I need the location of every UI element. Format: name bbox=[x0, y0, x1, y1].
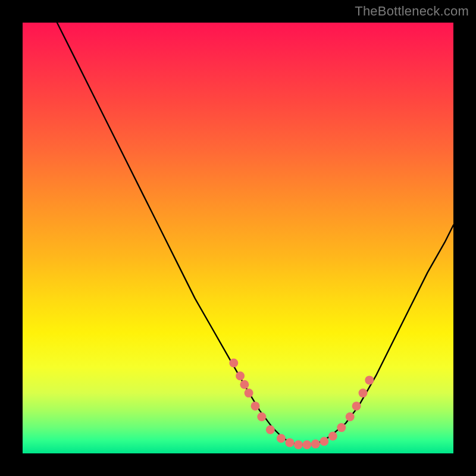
marker-group bbox=[229, 359, 374, 450]
data-marker bbox=[302, 440, 311, 449]
data-marker bbox=[320, 437, 328, 446]
data-marker bbox=[294, 440, 303, 449]
plot-area bbox=[23, 23, 453, 453]
data-marker bbox=[229, 359, 238, 368]
data-marker bbox=[257, 412, 266, 421]
chart-overlay bbox=[23, 23, 453, 453]
data-marker bbox=[328, 432, 337, 441]
data-marker bbox=[285, 438, 294, 447]
data-marker bbox=[359, 389, 368, 397]
data-marker bbox=[240, 380, 249, 389]
data-marker bbox=[245, 389, 253, 397]
data-marker bbox=[365, 375, 374, 384]
data-marker bbox=[251, 402, 260, 411]
bottleneck-curve bbox=[57, 23, 453, 445]
data-marker bbox=[311, 440, 320, 449]
watermark-text: TheBottleneck.com bbox=[355, 4, 469, 19]
data-marker bbox=[346, 412, 355, 421]
data-marker bbox=[352, 402, 361, 411]
data-marker bbox=[236, 371, 245, 380]
data-marker bbox=[337, 423, 346, 432]
chart-stage: TheBottleneck.com bbox=[0, 0, 476, 476]
data-marker bbox=[266, 425, 275, 434]
data-marker bbox=[277, 434, 286, 443]
